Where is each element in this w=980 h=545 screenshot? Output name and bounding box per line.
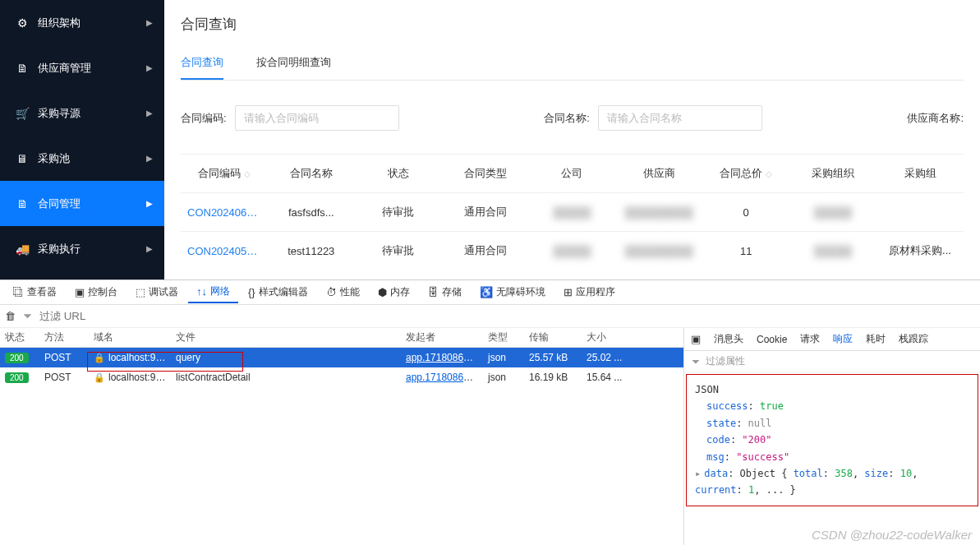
cell-code[interactable]: CON20240500003 xyxy=(181,232,268,270)
json-response[interactable]: JSON success: true state: null code: "20… xyxy=(686,374,978,506)
filter-icon[interactable]: ⏷ xyxy=(22,310,33,322)
network-table: 状态 方法 域名 文件 发起者 类型 传输 大小 200 POST 🔒local… xyxy=(0,328,684,545)
cart-icon: 🛒 xyxy=(15,106,30,121)
sidebar-item-supplier[interactable]: 🗎供应商管理▶ xyxy=(0,45,164,90)
dt-tab-console[interactable]: ▣控制台 xyxy=(67,282,126,303)
th-supplier: 供应商 xyxy=(615,155,702,193)
filter-code-label: 合同编码: xyxy=(181,111,227,126)
dt-tab-app[interactable]: ⊞应用程序 xyxy=(555,282,623,303)
doc-icon: 🗎 xyxy=(15,61,30,76)
filter-bar: 合同编码: 合同名称: 供应商名称: xyxy=(181,97,964,139)
rtab-timing[interactable]: 耗时 xyxy=(866,332,886,346)
dt-tab-perf[interactable]: ⏱性能 xyxy=(318,282,368,303)
sidebar-item-contract[interactable]: 🗎合同管理▶ xyxy=(0,181,164,226)
devtools-filterbar: 🗑 ⏷ xyxy=(0,305,980,328)
sidebar-item-exec[interactable]: 🚚采购执行▶ xyxy=(0,226,164,271)
cell-supplier: █████████ xyxy=(615,193,702,232)
cell-group xyxy=(876,193,964,232)
cell-transfer: 25.57 kB xyxy=(524,352,582,363)
table-row[interactable]: CON20240600001 fasfsdfs... 待审批 通用合同 ████… xyxy=(181,193,964,232)
sidebar-item-label: 合同管理 xyxy=(38,196,81,211)
filter-name-input[interactable] xyxy=(598,105,762,131)
dt-tab-a11y[interactable]: ♿无障碍环境 xyxy=(472,282,554,303)
dt-tab-inspector[interactable]: ⿻查看器 xyxy=(5,282,65,303)
sidebar: ⚙组织架构▶ 🗎供应商管理▶ 🛒采购寻源▶ 🖥采购池▶ 🗎合同管理▶ 🚚采购执行… xyxy=(0,0,164,279)
cell-code[interactable]: CON20240600001 xyxy=(181,193,268,232)
th-code[interactable]: 合同编码◇ xyxy=(181,155,268,193)
network-row[interactable]: 200 POST 🔒localhost:9527 query app.17180… xyxy=(0,348,683,367)
cell-initiator[interactable]: app.1718086870... xyxy=(406,352,483,363)
th-total[interactable]: 合同总价◇ xyxy=(702,155,789,193)
net-th-file: 文件 xyxy=(171,330,401,344)
rtab-cookie[interactable]: Cookie xyxy=(757,334,787,345)
sidebar-item-org[interactable]: ⚙组织架构▶ xyxy=(0,0,164,45)
cell-name: fasfsdfs... xyxy=(268,193,355,232)
net-th-size: 大小 xyxy=(582,330,631,344)
th-name: 合同名称 xyxy=(268,155,355,193)
rtab-request[interactable]: 请求 xyxy=(800,332,820,346)
expand-icon[interactable]: ▸ xyxy=(695,468,701,479)
rtab-stack[interactable]: 栈跟踪 xyxy=(899,332,928,346)
th-type: 合同类型 xyxy=(442,155,529,193)
sidebar-item-pool[interactable]: 🖥采购池▶ xyxy=(0,136,164,181)
rtab-response[interactable]: 响应 xyxy=(833,332,853,346)
cell-company: █████ xyxy=(529,232,616,270)
cell-method: POST xyxy=(39,372,89,383)
lock-icon: 🔒 xyxy=(94,353,105,363)
contract-table: 合同编码◇ 合同名称 状态 合同类型 公司 供应商 合同总价◇ 采购组织 采购组… xyxy=(181,154,964,270)
chevron-right-icon: ▶ xyxy=(146,154,153,163)
cell-status: 待审批 xyxy=(355,232,442,270)
cell-transfer: 16.19 kB xyxy=(524,372,582,383)
dt-tab-memory[interactable]: ⬢内存 xyxy=(370,282,418,303)
response-panel: ▣ 消息头 Cookie 请求 响应 耗时 栈跟踪 ⏷ 过滤属性 JSON su… xyxy=(684,328,980,545)
style-icon: {} xyxy=(248,286,255,298)
status-badge: 200 xyxy=(5,372,29,383)
net-th-type: 类型 xyxy=(483,330,524,344)
net-th-initiator: 发起者 xyxy=(401,330,483,344)
cell-initiator[interactable]: app.1718086870... xyxy=(406,372,483,383)
perf-icon: ⏱ xyxy=(326,286,337,298)
cell-size: 25.02 ... xyxy=(582,352,631,363)
table-row[interactable]: CON20240500003 test11223 待审批 通用合同 █████ … xyxy=(181,232,964,270)
cell-supplier: █████████ xyxy=(615,232,702,270)
trash-icon[interactable]: 🗑 xyxy=(5,310,16,322)
cell-domain: 🔒localhost:9527 xyxy=(89,372,171,383)
chevron-right-icon: ▶ xyxy=(146,199,153,208)
cell-file: listContractDetail xyxy=(171,372,401,383)
chevron-right-icon: ▶ xyxy=(146,109,153,118)
devtools-panel: ⿻查看器 ▣控制台 ⬚调试器 ↑↓网络 {}样式编辑器 ⏱性能 ⬢内存 🗄存储 … xyxy=(0,279,980,545)
tab-detail[interactable]: 按合同明细查询 xyxy=(256,47,331,80)
sidebar-item-label: 组织架构 xyxy=(38,16,81,30)
tab-query[interactable]: 合同查询 xyxy=(181,47,223,80)
dt-tab-debugger[interactable]: ⬚调试器 xyxy=(127,282,186,303)
cell-type: 通用合同 xyxy=(442,232,529,270)
rtab-headers[interactable]: 消息头 xyxy=(714,332,743,346)
chevron-right-icon: ▶ xyxy=(146,244,153,253)
network-row[interactable]: 200 POST 🔒localhost:9527 listContractDet… xyxy=(0,367,683,387)
filter-name-label: 合同名称: xyxy=(544,111,590,126)
console-icon: ▣ xyxy=(75,286,85,298)
filter-code-input[interactable] xyxy=(235,105,399,131)
th-org: 采购组织 xyxy=(789,155,876,193)
dt-tab-network[interactable]: ↑↓网络 xyxy=(188,281,238,303)
dt-tab-storage[interactable]: 🗄存储 xyxy=(420,282,470,303)
cell-company: █████ xyxy=(529,193,616,232)
toggle-icon[interactable]: ▣ xyxy=(691,333,701,345)
network-icon: ↑↓ xyxy=(196,285,207,298)
main-content: 合同查询 合同查询 按合同明细查询 合同编码: 合同名称: 供应商名称: 合同编… xyxy=(164,0,980,279)
cell-name: test11223 xyxy=(268,232,355,270)
net-th-method: 方法 xyxy=(39,330,89,344)
dt-tab-style[interactable]: {}样式编辑器 xyxy=(240,282,316,303)
filter-supplier-label: 供应商名称: xyxy=(907,111,964,126)
property-filter[interactable]: 过滤属性 xyxy=(706,354,745,368)
debugger-icon: ⬚ xyxy=(136,286,145,298)
sidebar-item-sourcing[interactable]: 🛒采购寻源▶ xyxy=(0,90,164,136)
contract-icon: 🗎 xyxy=(15,196,30,211)
sidebar-item-label: 采购执行 xyxy=(38,242,81,256)
app-icon: ⊞ xyxy=(564,286,573,298)
json-title: JSON xyxy=(695,381,969,398)
th-group: 采购组 xyxy=(876,155,964,193)
cell-org: █████ xyxy=(789,232,876,270)
lock-icon: 🔒 xyxy=(94,372,105,382)
url-filter-input[interactable] xyxy=(39,310,975,322)
